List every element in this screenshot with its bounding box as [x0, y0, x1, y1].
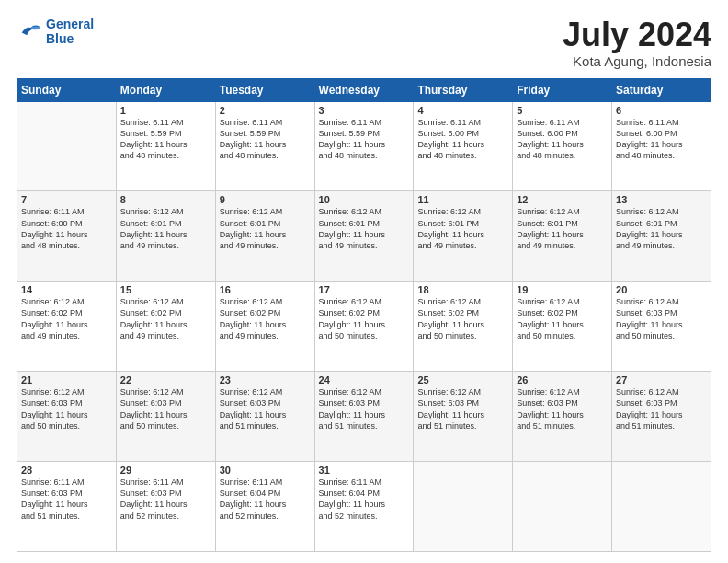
calendar-cell: 29Sunrise: 6:11 AM Sunset: 6:03 PM Dayli… [116, 462, 215, 552]
logo-text: General Blue [46, 17, 94, 46]
calendar-cell: 15Sunrise: 6:12 AM Sunset: 6:02 PM Dayli… [116, 282, 215, 372]
location: Kota Agung, Indonesia [563, 53, 711, 69]
calendar-cell: 23Sunrise: 6:12 AM Sunset: 6:03 PM Dayli… [215, 372, 314, 462]
calendar-cell: 19Sunrise: 6:12 AM Sunset: 6:02 PM Dayli… [513, 282, 612, 372]
col-header-monday: Monday [116, 78, 215, 101]
day-info: Sunrise: 6:11 AM Sunset: 6:04 PM Dayligh… [319, 477, 410, 522]
day-number: 23 [220, 374, 311, 385]
day-info: Sunrise: 6:11 AM Sunset: 6:04 PM Dayligh… [220, 477, 311, 522]
calendar-cell: 4Sunrise: 6:11 AM Sunset: 6:00 PM Daylig… [414, 101, 513, 191]
week-row-3: 14Sunrise: 6:12 AM Sunset: 6:02 PM Dayli… [17, 282, 711, 372]
day-info: Sunrise: 6:12 AM Sunset: 6:01 PM Dayligh… [120, 206, 211, 251]
day-number: 30 [220, 465, 311, 476]
day-info: Sunrise: 6:11 AM Sunset: 6:03 PM Dayligh… [120, 477, 211, 522]
calendar-cell: 14Sunrise: 6:12 AM Sunset: 6:02 PM Dayli… [17, 282, 117, 372]
day-info: Sunrise: 6:12 AM Sunset: 6:01 PM Dayligh… [220, 206, 311, 251]
day-number: 13 [616, 194, 707, 205]
day-number: 25 [417, 374, 508, 385]
calendar-cell: 26Sunrise: 6:12 AM Sunset: 6:03 PM Dayli… [513, 372, 612, 462]
week-row-5: 28Sunrise: 6:11 AM Sunset: 6:03 PM Dayli… [17, 462, 711, 552]
col-header-saturday: Saturday [612, 78, 711, 101]
day-info: Sunrise: 6:11 AM Sunset: 6:00 PM Dayligh… [517, 117, 608, 162]
day-number: 26 [517, 374, 608, 385]
day-info: Sunrise: 6:12 AM Sunset: 6:01 PM Dayligh… [517, 206, 608, 251]
day-number: 8 [120, 194, 211, 205]
calendar-cell: 22Sunrise: 6:12 AM Sunset: 6:03 PM Dayli… [116, 372, 215, 462]
day-number: 16 [220, 284, 311, 295]
calendar-cell: 7Sunrise: 6:11 AM Sunset: 6:00 PM Daylig… [17, 191, 117, 282]
day-info: Sunrise: 6:11 AM Sunset: 5:59 PM Dayligh… [120, 117, 211, 162]
calendar-cell: 25Sunrise: 6:12 AM Sunset: 6:03 PM Dayli… [414, 372, 513, 462]
calendar-cell: 31Sunrise: 6:11 AM Sunset: 6:04 PM Dayli… [314, 462, 414, 552]
day-info: Sunrise: 6:11 AM Sunset: 5:59 PM Dayligh… [319, 117, 410, 162]
day-number: 10 [319, 194, 410, 205]
day-info: Sunrise: 6:12 AM Sunset: 6:02 PM Dayligh… [417, 296, 508, 341]
day-info: Sunrise: 6:11 AM Sunset: 6:00 PM Dayligh… [21, 206, 112, 251]
day-number: 21 [21, 374, 112, 385]
day-number: 18 [417, 284, 508, 295]
header: General Blue July 2024 Kota Agung, Indon… [17, 17, 711, 69]
day-number: 6 [616, 105, 707, 116]
calendar-cell: 20Sunrise: 6:12 AM Sunset: 6:03 PM Dayli… [612, 282, 711, 372]
day-number: 28 [21, 465, 112, 476]
calendar-cell: 30Sunrise: 6:11 AM Sunset: 6:04 PM Dayli… [215, 462, 314, 552]
day-number: 1 [120, 105, 211, 116]
day-number: 15 [120, 284, 211, 295]
calendar-cell: 10Sunrise: 6:12 AM Sunset: 6:01 PM Dayli… [314, 191, 414, 282]
col-header-sunday: Sunday [17, 78, 117, 101]
week-row-4: 21Sunrise: 6:12 AM Sunset: 6:03 PM Dayli… [17, 372, 711, 462]
day-number: 27 [616, 374, 707, 385]
logo-icon [17, 21, 42, 41]
week-row-2: 7Sunrise: 6:11 AM Sunset: 6:00 PM Daylig… [17, 191, 711, 282]
calendar-cell: 24Sunrise: 6:12 AM Sunset: 6:03 PM Dayli… [314, 372, 414, 462]
day-info: Sunrise: 6:12 AM Sunset: 6:01 PM Dayligh… [616, 206, 707, 251]
day-info: Sunrise: 6:12 AM Sunset: 6:02 PM Dayligh… [120, 296, 211, 341]
day-number: 29 [120, 465, 211, 476]
day-info: Sunrise: 6:11 AM Sunset: 5:59 PM Dayligh… [220, 117, 311, 162]
day-info: Sunrise: 6:12 AM Sunset: 6:01 PM Dayligh… [417, 206, 508, 251]
day-info: Sunrise: 6:12 AM Sunset: 6:03 PM Dayligh… [616, 386, 707, 431]
day-info: Sunrise: 6:12 AM Sunset: 6:01 PM Dayligh… [319, 206, 410, 251]
day-number: 4 [417, 105, 508, 116]
month-year: July 2024 [563, 17, 711, 53]
week-row-1: 1Sunrise: 6:11 AM Sunset: 5:59 PM Daylig… [17, 101, 711, 191]
day-info: Sunrise: 6:12 AM Sunset: 6:03 PM Dayligh… [616, 296, 707, 341]
calendar-cell: 16Sunrise: 6:12 AM Sunset: 6:02 PM Dayli… [215, 282, 314, 372]
day-info: Sunrise: 6:12 AM Sunset: 6:03 PM Dayligh… [319, 386, 410, 431]
calendar-cell: 11Sunrise: 6:12 AM Sunset: 6:01 PM Dayli… [414, 191, 513, 282]
calendar-cell [513, 462, 612, 552]
day-info: Sunrise: 6:12 AM Sunset: 6:03 PM Dayligh… [120, 386, 211, 431]
calendar-cell: 13Sunrise: 6:12 AM Sunset: 6:01 PM Dayli… [612, 191, 711, 282]
day-info: Sunrise: 6:11 AM Sunset: 6:00 PM Dayligh… [417, 117, 508, 162]
calendar-cell [414, 462, 513, 552]
calendar-cell [17, 101, 117, 191]
day-number: 3 [319, 105, 410, 116]
calendar-cell: 2Sunrise: 6:11 AM Sunset: 5:59 PM Daylig… [215, 101, 314, 191]
calendar-cell: 6Sunrise: 6:11 AM Sunset: 6:00 PM Daylig… [612, 101, 711, 191]
day-number: 12 [517, 194, 608, 205]
day-number: 5 [517, 105, 608, 116]
day-number: 7 [21, 194, 112, 205]
col-header-friday: Friday [513, 78, 612, 101]
col-header-thursday: Thursday [414, 78, 513, 101]
calendar-cell [612, 462, 711, 552]
day-info: Sunrise: 6:12 AM Sunset: 6:03 PM Dayligh… [517, 386, 608, 431]
day-info: Sunrise: 6:12 AM Sunset: 6:02 PM Dayligh… [319, 296, 410, 341]
day-info: Sunrise: 6:12 AM Sunset: 6:03 PM Dayligh… [21, 386, 112, 431]
calendar-cell: 1Sunrise: 6:11 AM Sunset: 5:59 PM Daylig… [116, 101, 215, 191]
day-number: 20 [616, 284, 707, 295]
logo: General Blue [17, 17, 94, 46]
calendar-cell: 18Sunrise: 6:12 AM Sunset: 6:02 PM Dayli… [414, 282, 513, 372]
day-info: Sunrise: 6:11 AM Sunset: 6:03 PM Dayligh… [21, 477, 112, 522]
calendar-cell: 12Sunrise: 6:12 AM Sunset: 6:01 PM Dayli… [513, 191, 612, 282]
title-block: July 2024 Kota Agung, Indonesia [563, 17, 711, 69]
col-header-wednesday: Wednesday [314, 78, 414, 101]
calendar-cell: 17Sunrise: 6:12 AM Sunset: 6:02 PM Dayli… [314, 282, 414, 372]
day-info: Sunrise: 6:12 AM Sunset: 6:03 PM Dayligh… [417, 386, 508, 431]
day-number: 22 [120, 374, 211, 385]
calendar-cell: 28Sunrise: 6:11 AM Sunset: 6:03 PM Dayli… [17, 462, 117, 552]
calendar-cell: 3Sunrise: 6:11 AM Sunset: 5:59 PM Daylig… [314, 101, 414, 191]
day-number: 17 [319, 284, 410, 295]
calendar-cell: 5Sunrise: 6:11 AM Sunset: 6:00 PM Daylig… [513, 101, 612, 191]
day-info: Sunrise: 6:12 AM Sunset: 6:02 PM Dayligh… [517, 296, 608, 341]
